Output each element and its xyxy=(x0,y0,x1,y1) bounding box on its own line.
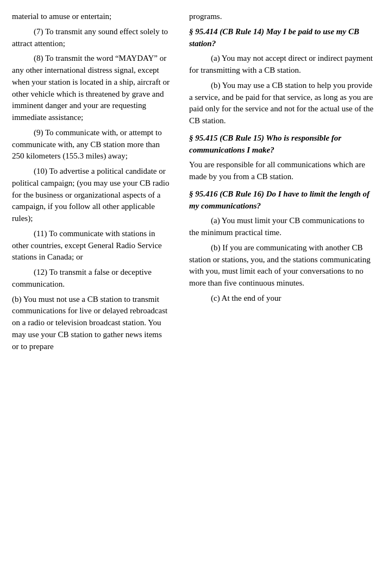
left-item10: (10) To advertise a political candidate … xyxy=(12,166,170,225)
right-intro: programs. xyxy=(189,11,376,23)
s416-c: (c) At the end of your xyxy=(189,293,376,305)
right-column: programs. § 95.414 (CB Rule 14) May I be… xyxy=(179,11,388,356)
left-column: material to amuse or entertain; (7) To t… xyxy=(0,11,179,356)
s416-a: (a) You must limit your CB communication… xyxy=(189,215,376,239)
left-item9: (9) To communicate with, or attempt to c… xyxy=(12,127,170,162)
left-item7: (7) To transmit any sound effect solely … xyxy=(12,26,170,50)
left-item12: (12) To transmit a false or deceptive co… xyxy=(12,267,170,290)
page-container: material to amuse or entertain; (7) To t… xyxy=(0,5,388,361)
s415-a: You are responsible for all communicatio… xyxy=(189,159,376,183)
left-intro: material to amuse or entertain; xyxy=(12,11,170,23)
s414-a: (a) You may not accept direct or indirec… xyxy=(189,53,376,77)
left-item11: (11) To communicate with stations in oth… xyxy=(12,228,170,263)
s414-b: (b) You may use a CB station to help you… xyxy=(189,80,376,127)
left-item8: (8) To transmit the word “MAYDAY” or any… xyxy=(12,53,170,124)
section-416-heading: § 95.416 (CB Rule 16) Do I have to limit… xyxy=(189,188,376,212)
section-414-heading: § 95.414 (CB Rule 14) May I be paid to u… xyxy=(189,26,376,50)
left-b: (b) You must not use a CB station to tra… xyxy=(12,294,170,353)
s416-b: (b) If you are communicating with anothe… xyxy=(189,242,376,289)
section-415-heading: § 95.415 (CB Rule 15) Who is responsible… xyxy=(189,132,376,156)
